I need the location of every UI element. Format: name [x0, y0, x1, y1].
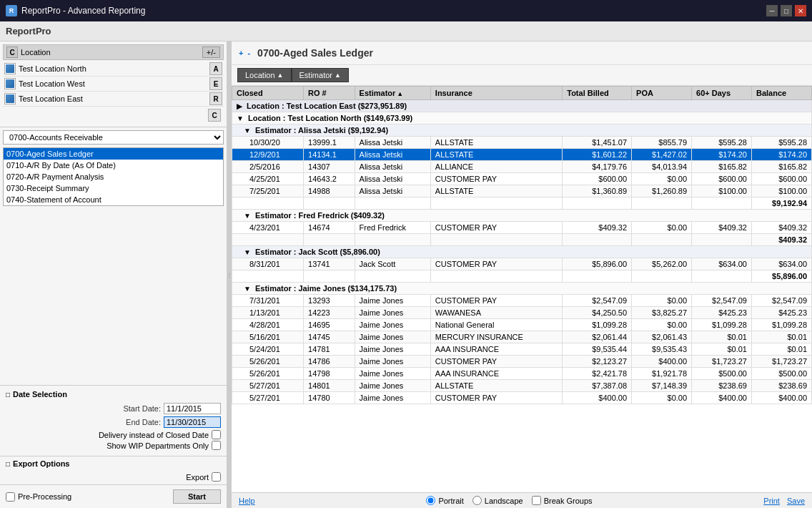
table-cell: National General [430, 319, 562, 331]
report-list-item[interactable]: 0710-A/R By Date (As Of Date) [4, 160, 223, 171]
landscape-radio[interactable] [472, 496, 482, 505]
print-link[interactable]: Print [763, 497, 780, 505]
table-row[interactable]: 5/26/20114798Jaime JonesAAA INSURANCE$2,… [232, 368, 812, 380]
report-list-item[interactable]: 0700-Aged Sales Ledger [4, 148, 223, 160]
report-list-item[interactable]: 0740-Statement of Account [4, 194, 223, 205]
table-row[interactable]: 8/31/20113741Jack ScottCUSTOMER PAY$5,89… [232, 258, 812, 270]
report-list-item[interactable]: 0730-Receipt Summary [4, 182, 223, 194]
table-cell: 14801 [304, 380, 355, 392]
table-area[interactable]: ClosedRO #Estimator▲InsuranceTotal Bille… [232, 86, 812, 492]
table-header[interactable]: 60+ Days [692, 87, 752, 100]
table-cell: $2,061.44 [563, 331, 632, 343]
date-collapse-button[interactable]: □ [6, 391, 10, 399]
table-header[interactable]: POA [632, 87, 692, 100]
table-row[interactable]: 5/24/20114781Jaime JonesAAA INSURANCE$9,… [232, 343, 812, 356]
add-remove-buttons: C [3, 107, 224, 124]
table-row[interactable]: 5/16/20114745Jaime JonesMERCURY INSURANC… [232, 331, 812, 343]
start-button[interactable]: Start [173, 489, 221, 504]
table-header[interactable]: Estimator▲ [355, 87, 430, 100]
table-row[interactable]: 4/28/20114695Jaime JonesNational General… [232, 319, 812, 331]
table-cell: Jaime Jones [355, 319, 430, 331]
table-cell: $500.00 [692, 368, 752, 380]
location-item[interactable]: Test Location East R [3, 92, 224, 107]
total-cell [232, 270, 304, 283]
table-cell: $2,547.09 [692, 295, 752, 307]
table-header[interactable]: Total Billed [563, 87, 632, 100]
table-row[interactable]: 7/31/20113293Jaime JonesCUSTOMER PAY$2,5… [232, 295, 812, 307]
table-cell: 13999.1 [304, 137, 355, 149]
export-checkbox[interactable] [212, 472, 221, 482]
table-row[interactable]: 4/23/20114674Fred FredrickCUSTOMER PAY$4… [232, 222, 812, 234]
location-name: Test Location East [19, 94, 83, 103]
table-row[interactable]: 5/26/20114786Jaime JonesCUSTOMER PAY$2,1… [232, 356, 812, 368]
add-button[interactable]: C [208, 109, 221, 122]
table-row[interactable]: 5/27/20114780Jaime JonesCUSTOMER PAY$400… [232, 392, 812, 404]
expand-icon[interactable]: + [239, 49, 243, 57]
table-row[interactable]: 7/25/20114988Alissa JetskiALLSTATE$1,360… [232, 185, 812, 197]
main-layout: C Location +/- Test Location North A Tes… [0, 41, 812, 508]
table-row[interactable]: 12/9/20114134.1Alissa JetskiALLSTATE$1,6… [232, 149, 812, 161]
table-cell: Jaime Jones [355, 368, 430, 380]
table-row[interactable]: 4/25/20114643.2Alissa JetskiCUSTOMER PAY… [232, 173, 812, 185]
table-cell: $100.00 [751, 185, 811, 197]
filter-tab[interactable]: Estimator ▲ [292, 68, 349, 82]
subgroup-header-row[interactable]: ▼ Estimator : Alissa Jetski ($9,192.94) [232, 124, 812, 137]
table-cell: MERCURY INSURANCE [430, 331, 562, 343]
wip-checkbox[interactable] [212, 441, 221, 450]
total-cell [632, 234, 692, 246]
maximize-button[interactable]: □ [781, 5, 792, 16]
subgroup-header-row[interactable]: ▼ Estimator : Jaime Jones ($134,175.73) [232, 283, 812, 295]
table-cell: 14307 [304, 161, 355, 173]
start-date-input[interactable] [164, 403, 221, 414]
table-header[interactable]: RO # [304, 87, 355, 100]
subgroup-header-row[interactable]: ▼ Estimator : Fred Fredrick ($409.32) [232, 210, 812, 222]
location-item[interactable]: Test Location West E [3, 77, 224, 92]
table-header[interactable]: Insurance [430, 87, 562, 100]
filter-tab-label: Location [245, 71, 275, 79]
loc-action-button[interactable]: R [209, 92, 222, 105]
table-header[interactable]: Closed [232, 87, 304, 100]
table-cell: 14988 [304, 185, 355, 197]
total-row: $409.32 [232, 234, 812, 246]
table-cell: ALLSTATE [430, 137, 562, 149]
table-cell: 5/26/201 [232, 356, 304, 368]
report-dropdown[interactable]: 0700-Accounts Receivable0710-A/R0720-A/R… [3, 130, 224, 145]
table-cell: 12/9/201 [232, 149, 304, 161]
end-date-input[interactable] [164, 416, 221, 428]
loc-action-button[interactable]: E [209, 77, 222, 90]
minimize-button[interactable]: ─ [766, 5, 778, 16]
group-expand-icon[interactable]: ▼ [237, 114, 244, 122]
table-row[interactable]: 5/27/20114801Jaime JonesALLSTATE$7,387.0… [232, 380, 812, 392]
close-button[interactable]: ✕ [795, 5, 806, 16]
break-groups-checkbox[interactable] [532, 496, 541, 505]
group-header-row[interactable]: ▼ Location : Test Location North ($149,6… [232, 112, 812, 124]
table-row[interactable]: 1/13/20114223Jaime JonesWAWANESA$4,250.5… [232, 307, 812, 319]
plus-minus-button[interactable]: +/- [202, 47, 220, 58]
subgroup-expand-icon[interactable]: ▼ [244, 285, 251, 293]
filter-tab[interactable]: Location ▲ [237, 68, 292, 82]
subgroup-expand-icon[interactable]: ▼ [244, 127, 251, 135]
table-header[interactable]: Balance [751, 87, 811, 100]
table-cell: 14695 [304, 319, 355, 331]
collapse-icon[interactable]: - [247, 49, 250, 57]
delivery-checkbox[interactable] [212, 430, 221, 439]
pre-processing-checkbox[interactable] [6, 492, 15, 502]
report-list-item[interactable]: 0720-A/R Payment Analysis [4, 171, 223, 182]
table-cell: $0.00 [632, 173, 692, 185]
group-header-row[interactable]: ▶ Location : Test Location East ($273,95… [232, 100, 812, 112]
location-item[interactable]: Test Location North A [3, 62, 224, 77]
subgroup-header-row[interactable]: ▼ Estimator : Jack Scott ($5,896.00) [232, 246, 812, 258]
subgroup-expand-icon[interactable]: ▼ [244, 212, 251, 220]
group-expand-icon[interactable]: ▶ [237, 102, 242, 110]
help-link[interactable]: Help [239, 497, 255, 505]
loc-action-button[interactable]: A [209, 62, 222, 75]
sort-indicator: ▲ [335, 72, 341, 79]
portrait-radio[interactable] [426, 496, 435, 505]
table-row[interactable]: 2/5/201614307Alissa JetskiALLIANCE$4,179… [232, 161, 812, 173]
window-controls[interactable]: ─ □ ✕ [766, 5, 806, 16]
table-cell: $1,921.78 [632, 368, 692, 380]
export-collapse-button[interactable]: □ [6, 460, 10, 468]
table-row[interactable]: 10/30/2013999.1Alissa JetskiALLSTATE$1,4… [232, 137, 812, 149]
save-link[interactable]: Save [787, 497, 805, 505]
subgroup-expand-icon[interactable]: ▼ [244, 248, 251, 256]
